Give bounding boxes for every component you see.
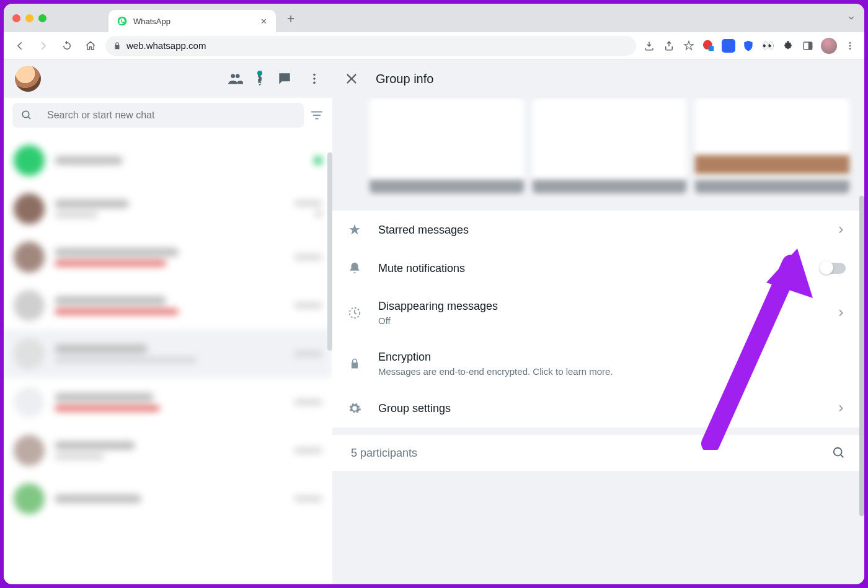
tab-close-icon[interactable]: ✕ (260, 17, 267, 26)
star-icon (347, 223, 362, 237)
svg-point-8 (313, 74, 316, 76)
install-icon[interactable] (642, 39, 656, 53)
toolbar-extensions: J 👀 (642, 38, 857, 54)
whatsapp-app: Group info Starred messages (4, 59, 864, 584)
group-info-panel: Group info Starred messages (332, 59, 864, 584)
tabs-dropdown-icon[interactable] (847, 14, 856, 22)
mute-label: Mute notifications (378, 262, 805, 275)
svg-rect-4 (808, 42, 812, 50)
chevron-right-icon (836, 225, 846, 235)
timer-icon (347, 306, 362, 320)
disappearing-messages-item[interactable]: Disappearing messages Off (332, 287, 864, 338)
media-thumb[interactable] (533, 98, 687, 193)
address-url: web.whatsapp.com (126, 40, 206, 51)
extension-j-icon[interactable]: J (722, 39, 735, 53)
share-icon[interactable] (662, 39, 676, 53)
bell-icon (347, 261, 362, 275)
chevron-right-icon (836, 308, 846, 318)
svg-point-7 (849, 48, 851, 50)
mute-toggle[interactable] (821, 263, 846, 274)
group-settings-label: Group settings (378, 402, 820, 415)
media-thumb[interactable] (370, 98, 524, 193)
disappearing-label: Disappearing messages (378, 300, 820, 313)
home-button[interactable] (82, 37, 99, 55)
window-minimize-button[interactable] (25, 14, 33, 22)
search-participants-icon[interactable] (832, 446, 846, 460)
svg-point-13 (834, 448, 842, 456)
filter-unread-icon[interactable] (310, 108, 324, 122)
browser-toolbar: web.whatsapp.com J 👀 (4, 32, 864, 59)
svg-point-6 (849, 45, 851, 46)
search-box[interactable] (12, 103, 304, 128)
group-settings-item[interactable]: Group settings (332, 389, 864, 428)
panel-body[interactable]: Starred messages Mute notifications Disa… (332, 98, 864, 584)
window-close-button[interactable] (12, 14, 20, 22)
svg-point-5 (849, 42, 851, 44)
extensions-puzzle-icon[interactable] (781, 39, 795, 53)
address-bar[interactable]: web.whatsapp.com (105, 36, 636, 56)
starred-messages-item[interactable]: Starred messages (332, 211, 864, 249)
status-icon[interactable] (258, 73, 262, 84)
reload-button[interactable] (58, 37, 76, 55)
window-zoom-button[interactable] (38, 14, 46, 22)
panel-title: Group info (376, 72, 433, 86)
search-icon (21, 110, 32, 121)
search-input[interactable] (47, 110, 295, 121)
browser-titlebar: WhatsApp ✕ ＋ (4, 4, 864, 32)
starred-label: Starred messages (378, 224, 820, 237)
extension-1-icon[interactable] (702, 39, 715, 53)
my-avatar[interactable] (15, 66, 41, 92)
whatsapp-favicon-icon (117, 16, 127, 26)
browser-menu-icon[interactable] (843, 39, 857, 53)
encryption-label: Encryption (378, 351, 846, 364)
settings-list: Starred messages Mute notifications Disa… (332, 211, 864, 428)
participants-header: 5 participants (332, 435, 864, 471)
svg-point-11 (22, 111, 29, 118)
gear-icon (347, 402, 362, 415)
menu-dots-icon[interactable] (308, 72, 321, 86)
bookmark-star-icon[interactable] (682, 39, 696, 53)
svg-point-10 (313, 82, 316, 84)
sidepanel-icon[interactable] (801, 39, 815, 53)
chat-list[interactable] (4, 133, 332, 584)
profile-avatar[interactable] (821, 38, 837, 54)
forward-button[interactable] (35, 37, 52, 55)
panel-header: Group info (332, 59, 864, 98)
tab-title: WhatsApp (133, 17, 254, 26)
communities-icon[interactable] (227, 71, 243, 87)
new-tab-button[interactable]: ＋ (285, 10, 297, 27)
chevron-right-icon (836, 403, 846, 413)
media-thumbnails[interactable] (332, 98, 864, 203)
chat-list-pane (4, 59, 332, 584)
new-chat-icon[interactable] (277, 71, 293, 87)
encryption-item[interactable]: Encryption Messages are end-to-end encry… (332, 338, 864, 389)
extension-goggles-icon[interactable]: 👀 (761, 39, 775, 53)
media-thumb[interactable] (695, 98, 849, 193)
panel-scrollbar[interactable] (859, 196, 864, 516)
left-header (4, 59, 332, 98)
participants-count: 5 participants (351, 447, 832, 460)
search-row (4, 98, 332, 133)
encryption-sub: Messages are end-to-end encrypted. Click… (378, 366, 846, 377)
mute-notifications-item[interactable]: Mute notifications (332, 249, 864, 287)
svg-point-9 (313, 77, 316, 80)
back-button[interactable] (11, 37, 29, 55)
lock-icon (347, 358, 362, 370)
lock-icon (113, 42, 122, 50)
svg-rect-2 (709, 46, 714, 51)
browser-window: WhatsApp ✕ ＋ web.whatsapp.com J 👀 (4, 4, 864, 584)
extension-shield-icon[interactable] (742, 39, 755, 53)
left-scrollbar[interactable] (327, 152, 332, 351)
browser-tab[interactable]: WhatsApp ✕ (108, 10, 276, 32)
close-panel-icon[interactable] (345, 72, 358, 86)
mac-traffic-lights[interactable] (12, 14, 46, 22)
disappearing-value: Off (378, 315, 820, 326)
